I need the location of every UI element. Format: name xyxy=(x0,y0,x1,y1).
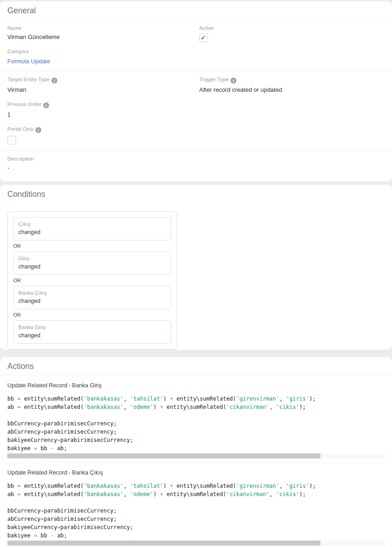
target-entity-type-label: Target Entity Type xyxy=(7,77,199,84)
condition-type: changed xyxy=(18,298,166,304)
condition-field-label: Banka Çıkış xyxy=(18,290,166,296)
action-target: Banka Giriş xyxy=(72,382,102,389)
target-entity-type-field: Target Entity Type Virman xyxy=(7,77,199,93)
active-label: Active xyxy=(199,25,385,31)
condition-type: changed xyxy=(18,332,166,339)
description-value: - xyxy=(7,164,385,171)
general-row-3: Description - xyxy=(0,151,392,181)
formula-code[interactable]: bb = entity\sumRelated('bankakasas', 'ta… xyxy=(7,395,385,452)
category-label: Category xyxy=(7,49,199,54)
or-operator-label: OR xyxy=(13,243,171,249)
condition-type: changed xyxy=(18,229,166,235)
category-link[interactable]: Formula Update xyxy=(7,58,50,65)
action-type: Update Related Record xyxy=(7,382,67,389)
description-label: Description xyxy=(7,156,385,162)
active-field: Active xyxy=(199,25,385,42)
or-operator-label: OR xyxy=(13,278,171,283)
conditions-panel-title: Conditions xyxy=(0,185,392,203)
actions-panel: Actions Update Related Record›Banka Giri… xyxy=(0,357,392,547)
condition-field-label: Çıkış xyxy=(18,221,166,227)
scrollbar-thumb[interactable] xyxy=(7,541,320,546)
action-item: Update Related Record›Banka Çıkışbb = en… xyxy=(0,463,392,547)
action-title: Update Related Record›Banka Giriş xyxy=(7,382,385,389)
trigger-type-label-text: Trigger Type xyxy=(199,77,229,82)
category-field: Category Formula Update xyxy=(7,49,199,65)
info-icon[interactable] xyxy=(230,78,236,84)
condition-field-label: Banka Giriş xyxy=(18,324,166,330)
info-icon[interactable] xyxy=(51,78,57,84)
portal-only-label-text: Portal Only xyxy=(7,126,34,132)
breadcrumb-separator: › xyxy=(67,469,72,476)
general-row-1: Name Virman Güncelleme Category Formula … xyxy=(0,20,392,71)
action-target: Banka Çıkış xyxy=(72,469,103,476)
name-field: Name Virman Güncelleme xyxy=(7,25,199,40)
description-field: Description - xyxy=(7,156,385,171)
target-entity-type-value: Virman xyxy=(7,86,199,93)
info-icon[interactable] xyxy=(43,102,49,108)
name-value: Virman Güncelleme xyxy=(7,33,199,40)
scrollbar-thumb[interactable] xyxy=(7,453,320,458)
action-item: Update Related Record›Banka Girişbb = en… xyxy=(0,375,392,463)
target-entity-type-label-text: Target Entity Type xyxy=(7,77,50,82)
active-checkbox[interactable] xyxy=(199,33,208,42)
name-label: Name xyxy=(7,25,199,31)
process-order-label: Process Order xyxy=(7,101,199,108)
conditions-list: ÇıkışchangedORGirişchangedORBanka Çıkışc… xyxy=(7,211,177,350)
or-operator-label: OR xyxy=(13,312,171,318)
general-panel: General Name Virman Güncelleme Category … xyxy=(0,1,392,181)
portal-only-label: Portal Only xyxy=(7,126,199,133)
condition-card: Girişchanged xyxy=(13,251,171,275)
condition-type: changed xyxy=(18,263,166,270)
info-icon[interactable] xyxy=(35,127,41,133)
trigger-type-label: Trigger Type xyxy=(199,77,385,84)
breadcrumb-separator: › xyxy=(67,382,72,389)
actions-panel-title: Actions xyxy=(0,357,392,375)
portal-only-field: Portal Only xyxy=(7,126,199,145)
process-order-field: Process Order 1 xyxy=(7,101,199,118)
condition-card: Çıkışchanged xyxy=(13,217,171,240)
process-order-value: 1 xyxy=(7,111,199,118)
general-panel-title: General xyxy=(0,1,392,20)
conditions-panel: Conditions ÇıkışchangedORGirişchangedORB… xyxy=(0,185,392,350)
actions-list: Update Related Record›Banka Girişbb = en… xyxy=(0,375,392,547)
action-type: Update Related Record xyxy=(7,469,67,476)
formula-code[interactable]: bb = entity\sumRelated('bankakasas', 'ta… xyxy=(7,482,385,540)
process-order-label-text: Process Order xyxy=(7,101,41,107)
condition-card: Banka Çıkışchanged xyxy=(13,286,171,309)
horizontal-scrollbar[interactable] xyxy=(7,541,385,546)
action-title: Update Related Record›Banka Çıkış xyxy=(7,469,385,476)
portal-only-checkbox[interactable] xyxy=(7,136,16,145)
horizontal-scrollbar[interactable] xyxy=(7,453,385,458)
condition-card: Banka Girişchanged xyxy=(13,320,171,344)
general-row-2: Target Entity Type Virman Process Order … xyxy=(0,71,392,150)
trigger-type-field: Trigger Type After record created or upd… xyxy=(199,77,385,93)
condition-field-label: Giriş xyxy=(18,256,166,261)
trigger-type-value: After record created or updated xyxy=(199,86,385,93)
